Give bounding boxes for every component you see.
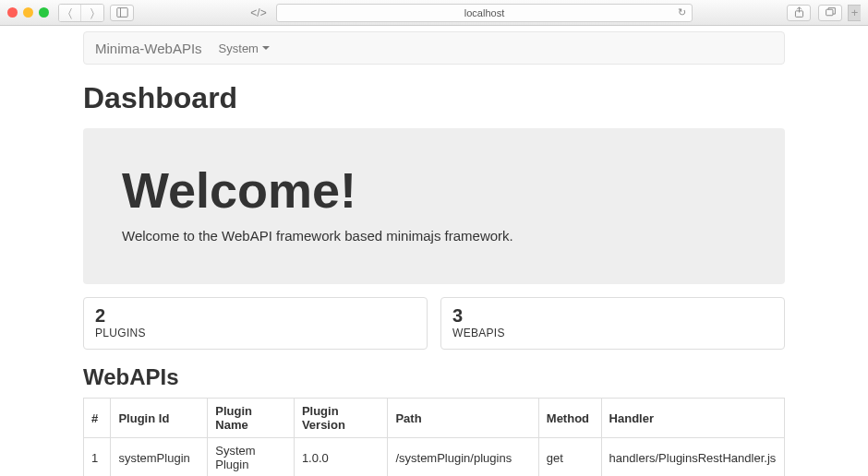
cell-path: /systemPlugin/plugins	[388, 438, 538, 477]
share-button[interactable]	[787, 5, 811, 21]
chevron-down-icon	[262, 46, 270, 50]
address-url: localhost	[464, 7, 504, 18]
sidebar-toggle-button[interactable]	[110, 5, 134, 21]
welcome-banner: Welcome! Welcome to the WebAPI framework…	[83, 128, 785, 284]
webapis-table: # Plugin Id Plugin Name Plugin Version P…	[83, 398, 785, 476]
new-tab-button[interactable]: +	[848, 5, 861, 21]
table-row: 1 systemPlugin System Plugin 1.0.0 /syst…	[84, 438, 785, 477]
maximize-window-button[interactable]	[39, 7, 49, 18]
dev-tools-button[interactable]: </>	[247, 5, 271, 21]
cell-index: 1	[84, 438, 111, 477]
tabs-icon	[825, 6, 837, 18]
th-method: Method	[538, 399, 601, 438]
nav-item-label: System	[219, 42, 259, 55]
refresh-icon[interactable]: ↻	[678, 6, 686, 18]
stat-value: 2	[95, 305, 416, 327]
browser-toolbar: 〈 〉 </> localhost ↻ +	[0, 0, 868, 26]
nav-back-forward: 〈 〉	[58, 4, 104, 22]
th-index: #	[84, 399, 111, 438]
share-icon	[793, 6, 805, 18]
welcome-text: Welcome to the WebAPI framework based mi…	[122, 228, 746, 244]
table-header-row: # Plugin Id Plugin Name Plugin Version P…	[84, 399, 785, 438]
th-plugin-id: Plugin Id	[111, 399, 208, 438]
stat-value: 3	[452, 305, 773, 327]
tabs-button[interactable]	[818, 5, 842, 21]
cell-handler: handlers/PluginsRestHandler.js	[601, 438, 784, 477]
stat-label: WEBAPIS	[452, 327, 773, 339]
stat-webapis: 3 WEBAPIS	[440, 297, 785, 350]
navbar-brand[interactable]: Minima-WebAPIs	[95, 41, 202, 56]
table-body: 1 systemPlugin System Plugin 1.0.0 /syst…	[84, 438, 785, 477]
sidebar-icon	[116, 6, 128, 18]
minimize-window-button[interactable]	[23, 7, 33, 18]
th-handler: Handler	[601, 399, 784, 438]
section-webapis-title: WebAPIs	[83, 364, 785, 390]
stat-label: PLUGINS	[95, 327, 416, 339]
address-bar-group: </> localhost ↻	[247, 4, 693, 22]
cell-plugin-name: System Plugin	[208, 438, 295, 477]
th-path: Path	[388, 399, 538, 438]
back-button[interactable]: 〈	[59, 5, 81, 21]
welcome-heading: Welcome!	[122, 161, 746, 219]
cell-method: get	[538, 438, 601, 477]
th-plugin-name: Plugin Name	[208, 399, 295, 438]
svg-rect-3	[826, 9, 832, 16]
cell-plugin-version: 1.0.0	[294, 438, 388, 477]
forward-button[interactable]: 〉	[81, 5, 103, 21]
cell-plugin-id: systemPlugin	[111, 438, 208, 477]
page-title: Dashboard	[83, 81, 785, 115]
stats-row: 2 PLUGINS 3 WEBAPIS	[83, 297, 785, 350]
address-bar[interactable]: localhost ↻	[276, 4, 693, 22]
close-window-button[interactable]	[7, 7, 18, 18]
svg-rect-0	[116, 8, 127, 18]
window-controls	[7, 7, 53, 18]
toolbar-right	[787, 5, 842, 21]
stat-plugins: 2 PLUGINS	[83, 297, 428, 350]
th-plugin-version: Plugin Version	[294, 399, 388, 438]
app-navbar: Minima-WebAPIs System	[83, 31, 785, 65]
nav-system-dropdown[interactable]: System	[219, 42, 270, 55]
